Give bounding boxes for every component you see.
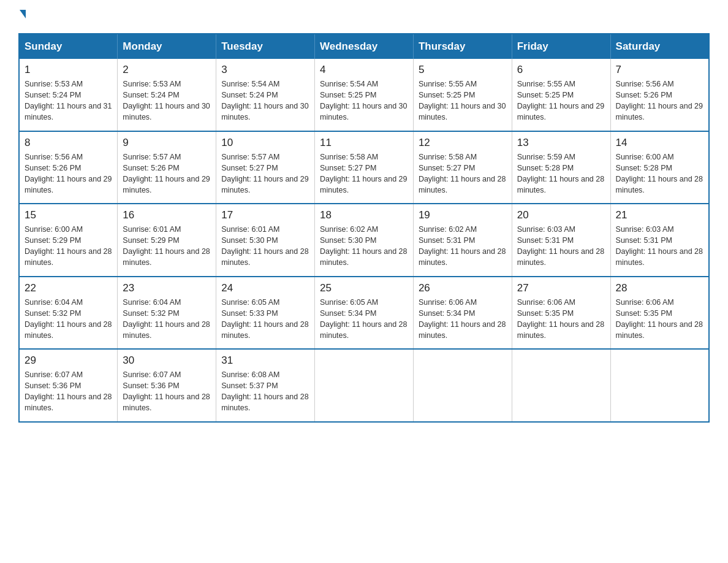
day-number: 4: [320, 64, 408, 76]
calendar-week-row: 22 Sunrise: 6:04 AMSunset: 5:32 PMDaylig…: [19, 277, 709, 350]
day-info: Sunrise: 5:57 AMSunset: 5:27 PMDaylight:…: [221, 153, 308, 194]
header-thursday: Thursday: [413, 34, 512, 59]
day-number: 10: [221, 137, 309, 149]
header-sunday: Sunday: [19, 34, 118, 59]
day-info: Sunrise: 5:54 AMSunset: 5:25 PMDaylight:…: [320, 80, 407, 121]
calendar-cell: 5 Sunrise: 5:55 AMSunset: 5:25 PMDayligh…: [413, 59, 512, 131]
day-info: Sunrise: 6:01 AMSunset: 5:29 PMDaylight:…: [123, 225, 210, 267]
calendar-cell: 26 Sunrise: 6:06 AMSunset: 5:34 PMDaylig…: [413, 277, 512, 350]
day-number: 23: [123, 282, 211, 294]
day-number: 8: [25, 137, 112, 149]
day-number: 25: [320, 282, 408, 294]
calendar-cell: 9 Sunrise: 5:57 AMSunset: 5:26 PMDayligh…: [118, 131, 216, 204]
day-info: Sunrise: 6:06 AMSunset: 5:34 PMDaylight:…: [419, 298, 506, 340]
calendar-cell: 1 Sunrise: 5:53 AMSunset: 5:24 PMDayligh…: [19, 59, 118, 131]
day-number: 13: [517, 137, 605, 149]
day-info: Sunrise: 6:06 AMSunset: 5:35 PMDaylight:…: [616, 298, 703, 340]
calendar-cell: 6 Sunrise: 5:55 AMSunset: 5:25 PMDayligh…: [512, 59, 610, 131]
logo-triangle-icon: [20, 10, 26, 18]
day-info: Sunrise: 5:53 AMSunset: 5:24 PMDaylight:…: [25, 80, 112, 121]
header-monday: Monday: [118, 34, 216, 59]
day-number: 16: [123, 209, 211, 221]
calendar-cell: 17 Sunrise: 6:01 AMSunset: 5:30 PMDaylig…: [216, 204, 315, 277]
day-info: Sunrise: 5:55 AMSunset: 5:25 PMDaylight:…: [517, 80, 604, 121]
day-info: Sunrise: 6:03 AMSunset: 5:31 PMDaylight:…: [616, 225, 703, 267]
calendar-week-row: 29 Sunrise: 6:07 AMSunset: 5:36 PMDaylig…: [19, 349, 709, 422]
calendar-cell: [413, 349, 512, 422]
calendar-cell: 18 Sunrise: 6:02 AMSunset: 5:30 PMDaylig…: [315, 204, 414, 277]
day-number: 17: [221, 209, 309, 221]
day-number: 12: [419, 137, 507, 149]
calendar-cell: 28 Sunrise: 6:06 AMSunset: 5:35 PMDaylig…: [610, 277, 709, 350]
calendar-cell: 20 Sunrise: 6:03 AMSunset: 5:31 PMDaylig…: [512, 204, 610, 277]
day-info: Sunrise: 6:05 AMSunset: 5:34 PMDaylight:…: [320, 298, 407, 340]
day-info: Sunrise: 5:53 AMSunset: 5:24 PMDaylight:…: [123, 80, 210, 121]
day-number: 2: [123, 64, 211, 76]
day-number: 9: [123, 137, 211, 149]
day-info: Sunrise: 5:58 AMSunset: 5:27 PMDaylight:…: [419, 153, 506, 194]
calendar-cell: [315, 349, 414, 422]
day-number: 14: [616, 137, 703, 149]
calendar-cell: 2 Sunrise: 5:53 AMSunset: 5:24 PMDayligh…: [118, 59, 216, 131]
calendar-cell: [512, 349, 610, 422]
header-tuesday: Tuesday: [216, 34, 315, 59]
day-number: 6: [517, 64, 605, 76]
day-number: 31: [221, 354, 309, 367]
day-info: Sunrise: 5:56 AMSunset: 5:26 PMDaylight:…: [616, 80, 703, 121]
day-number: 7: [616, 64, 703, 76]
calendar-cell: 25 Sunrise: 6:05 AMSunset: 5:34 PMDaylig…: [315, 277, 414, 350]
calendar-cell: 14 Sunrise: 6:00 AMSunset: 5:28 PMDaylig…: [610, 131, 709, 204]
calendar-week-row: 15 Sunrise: 6:00 AMSunset: 5:29 PMDaylig…: [19, 204, 709, 277]
calendar-cell: 30 Sunrise: 6:07 AMSunset: 5:36 PMDaylig…: [118, 349, 216, 422]
calendar-cell: 10 Sunrise: 5:57 AMSunset: 5:27 PMDaylig…: [216, 131, 315, 204]
day-number: 1: [25, 64, 112, 76]
day-info: Sunrise: 5:56 AMSunset: 5:26 PMDaylight:…: [25, 153, 112, 194]
day-info: Sunrise: 6:04 AMSunset: 5:32 PMDaylight:…: [25, 298, 112, 340]
day-info: Sunrise: 5:58 AMSunset: 5:27 PMDaylight:…: [320, 153, 407, 194]
day-number: 11: [320, 137, 408, 149]
day-number: 29: [25, 354, 112, 367]
day-info: Sunrise: 6:00 AMSunset: 5:28 PMDaylight:…: [616, 153, 703, 194]
calendar-cell: 21 Sunrise: 6:03 AMSunset: 5:31 PMDaylig…: [610, 204, 709, 277]
calendar-cell: 31 Sunrise: 6:08 AMSunset: 5:37 PMDaylig…: [216, 349, 315, 422]
day-info: Sunrise: 6:08 AMSunset: 5:37 PMDaylight:…: [221, 370, 308, 412]
calendar-cell: 16 Sunrise: 6:01 AMSunset: 5:29 PMDaylig…: [118, 204, 216, 277]
day-number: 22: [25, 282, 112, 294]
day-info: Sunrise: 5:57 AMSunset: 5:26 PMDaylight:…: [123, 153, 210, 194]
calendar-cell: 13 Sunrise: 5:59 AMSunset: 5:28 PMDaylig…: [512, 131, 610, 204]
day-number: 24: [221, 282, 309, 294]
page-header: [18, 12, 710, 21]
day-number: 26: [419, 282, 507, 294]
calendar-week-row: 8 Sunrise: 5:56 AMSunset: 5:26 PMDayligh…: [19, 131, 709, 204]
day-info: Sunrise: 6:07 AMSunset: 5:36 PMDaylight:…: [123, 370, 210, 412]
day-info: Sunrise: 6:04 AMSunset: 5:32 PMDaylight:…: [123, 298, 210, 340]
header-wednesday: Wednesday: [315, 34, 414, 59]
day-info: Sunrise: 6:00 AMSunset: 5:29 PMDaylight:…: [25, 225, 112, 267]
day-info: Sunrise: 6:01 AMSunset: 5:30 PMDaylight:…: [221, 225, 308, 267]
day-info: Sunrise: 6:02 AMSunset: 5:31 PMDaylight:…: [419, 225, 506, 267]
day-info: Sunrise: 6:06 AMSunset: 5:35 PMDaylight:…: [517, 298, 604, 340]
day-number: 20: [517, 209, 605, 221]
day-number: 30: [123, 354, 211, 367]
header-saturday: Saturday: [610, 34, 709, 59]
calendar-cell: [610, 349, 709, 422]
day-info: Sunrise: 6:02 AMSunset: 5:30 PMDaylight:…: [320, 225, 407, 267]
calendar-cell: 29 Sunrise: 6:07 AMSunset: 5:36 PMDaylig…: [19, 349, 118, 422]
calendar-cell: 19 Sunrise: 6:02 AMSunset: 5:31 PMDaylig…: [413, 204, 512, 277]
day-info: Sunrise: 6:03 AMSunset: 5:31 PMDaylight:…: [517, 225, 604, 267]
calendar-cell: 3 Sunrise: 5:54 AMSunset: 5:24 PMDayligh…: [216, 59, 315, 131]
day-number: 15: [25, 209, 112, 221]
logo: [18, 12, 26, 21]
calendar-week-row: 1 Sunrise: 5:53 AMSunset: 5:24 PMDayligh…: [19, 59, 709, 131]
day-number: 3: [221, 64, 309, 76]
day-info: Sunrise: 6:05 AMSunset: 5:33 PMDaylight:…: [221, 298, 308, 340]
calendar-cell: 24 Sunrise: 6:05 AMSunset: 5:33 PMDaylig…: [216, 277, 315, 350]
calendar-cell: 12 Sunrise: 5:58 AMSunset: 5:27 PMDaylig…: [413, 131, 512, 204]
day-number: 18: [320, 209, 408, 221]
day-info: Sunrise: 5:54 AMSunset: 5:24 PMDaylight:…: [221, 80, 308, 121]
calendar-cell: 27 Sunrise: 6:06 AMSunset: 5:35 PMDaylig…: [512, 277, 610, 350]
day-number: 27: [517, 282, 605, 294]
calendar-header-row: SundayMondayTuesdayWednesdayThursdayFrid…: [19, 34, 709, 59]
calendar-cell: 11 Sunrise: 5:58 AMSunset: 5:27 PMDaylig…: [315, 131, 414, 204]
day-number: 5: [419, 64, 507, 76]
